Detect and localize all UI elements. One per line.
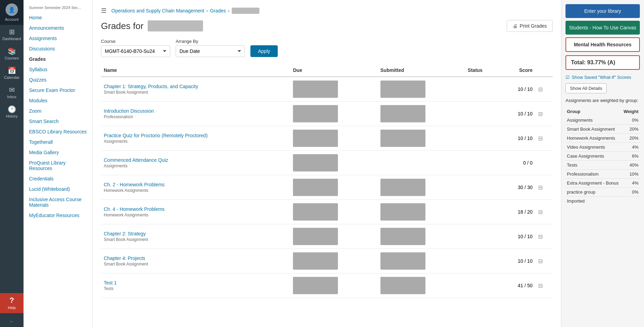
submitted-icon: ⊟ <box>538 258 543 264</box>
submitted-icon: ⊟ <box>538 283 543 289</box>
due-cell <box>290 126 378 151</box>
nav-modules[interactable]: Modules <box>24 95 92 106</box>
weight-row: Video Assignments4% <box>565 143 640 152</box>
assignment-link[interactable]: Test 1 <box>104 280 117 286</box>
show-details-button[interactable]: Show All Details <box>565 83 607 93</box>
what-if-label: Show Saved "What-If" Scores <box>572 75 631 80</box>
assignment-link[interactable]: Practice Quiz for Proctorio (Remotely Pr… <box>104 133 208 138</box>
assignment-link[interactable]: Chapter 2: Strategy <box>104 231 146 236</box>
due-cell <box>290 224 378 249</box>
assignment-group: Smart Book Assignment <box>104 262 287 267</box>
due-cell <box>290 273 378 298</box>
nav-syllabus[interactable]: Syllabus <box>24 64 92 75</box>
action-icon-cell: ⊟ <box>535 77 553 102</box>
table-row: Introduction DiscussionProfessionalism10… <box>101 102 553 126</box>
col-score: Score <box>500 64 535 77</box>
nav-home[interactable]: Home <box>24 12 92 23</box>
weight-row: Imported <box>565 197 640 206</box>
arrange-filter-group: Arrange By Due DateTitleModuleAssignment… <box>176 39 245 57</box>
course-filter-group: Course MGMT-6140-B70-Su24 <box>101 39 170 57</box>
nav-assignments[interactable]: Assignments <box>24 33 92 44</box>
nav-discussions[interactable]: Discussions <box>24 44 92 54</box>
sidebar-item-help[interactable]: ? Help <box>0 293 24 313</box>
sidebar-collapse-btn[interactable]: ← <box>0 316 24 327</box>
sidebar-item-history[interactable]: 🕐 History <box>0 102 24 122</box>
assignment-name-cell: Ch. 2 - Homework ProblemsHomework Assign… <box>101 175 290 200</box>
status-cell <box>465 126 500 151</box>
sidebar-item-calendar[interactable]: 📅 Calendar <box>0 64 24 83</box>
assignment-name-cell: Chapter 2: StrategySmart Book Assignment <box>101 224 290 249</box>
help-icon: ? <box>9 297 14 304</box>
dashboard-icon: ⊞ <box>9 28 15 35</box>
status-cell <box>465 175 500 200</box>
left-sidebar: 👤 Account ⊞ Dashboard 📚 Courses 📅 Calend… <box>0 0 24 327</box>
due-redacted <box>293 154 338 171</box>
sidebar-item-help-label: Help <box>8 306 16 310</box>
nav-media-gallery[interactable]: Media Gallery <box>24 147 92 158</box>
weight-group-name: Extra Assignment - Bonus <box>565 179 622 188</box>
sidebar-item-inbox[interactable]: ✉ Inbox <box>0 83 24 102</box>
sidebar-item-account[interactable]: 👤 Account <box>0 0 24 25</box>
weight-value: 4% <box>622 179 640 188</box>
nav-lucid[interactable]: Lucid (Whiteboard) <box>24 184 92 194</box>
assignment-name: Introduction Discussion <box>104 108 287 114</box>
assignment-link[interactable]: Chapter 4: Projects <box>104 255 145 261</box>
submitted-icon: ⊟ <box>538 185 543 190</box>
nav-announcements[interactable]: Announcements <box>24 23 92 33</box>
nav-togetherall[interactable]: Togetherall <box>24 137 92 147</box>
submitted-icon: ⊟ <box>538 209 543 215</box>
submitted-redacted <box>380 130 425 147</box>
breadcrumb-course[interactable]: Operations and Supply Chain Management <box>111 8 204 13</box>
filter-row: Course MGMT-6140-B70-Su24 Arrange By Due… <box>101 39 553 57</box>
course-select[interactable]: MGMT-6140-B70-Su24 <box>101 45 170 57</box>
what-if-button[interactable]: ☑ Show Saved "What-If" Scores <box>565 73 631 81</box>
enter-library-button[interactable]: Enter your library <box>565 4 640 18</box>
assignment-link[interactable]: Ch. 2 - Homework Problems <box>104 182 165 187</box>
action-icon-cell: ⊟ <box>535 102 553 126</box>
submitted-redacted <box>380 179 425 196</box>
nav-zoom[interactable]: Zoom <box>24 106 92 116</box>
table-row: Ch. 4 - Homework ProblemsHomework Assign… <box>101 200 553 224</box>
assignment-name: Ch. 4 - Homework Problems <box>104 206 287 212</box>
breadcrumb-current <box>232 8 259 14</box>
nav-proquest[interactable]: ProQuest Library Resources <box>24 158 92 174</box>
assignment-link[interactable]: Introduction Discussion <box>104 108 154 114</box>
weight-value: 4% <box>622 143 640 152</box>
due-redacted <box>293 252 338 270</box>
assignment-name-cell: Test 1Tests <box>101 273 290 298</box>
nav-grades: Grades <box>24 54 92 64</box>
nav-credentials[interactable]: Credentials <box>24 174 92 184</box>
assignment-link[interactable]: Ch. 4 - Homework Problems <box>104 206 165 212</box>
submitted-redacted <box>380 277 425 294</box>
assignment-group: Homework Assignments <box>104 213 287 217</box>
nav-myeducator[interactable]: MyEducator Resources <box>24 210 92 221</box>
submitted-redacted <box>380 105 425 122</box>
score-cell: 10 / 10 <box>500 249 535 273</box>
sidebar-item-dashboard[interactable]: ⊞ Dashboard <box>0 25 24 44</box>
table-row: Commenced Attendance QuizAssignments0 / … <box>101 151 553 175</box>
assignment-name: Chapter 1: Strategy, Products, and Capac… <box>104 84 287 89</box>
assignment-link[interactable]: Commenced Attendance Quiz <box>104 157 168 163</box>
apply-button[interactable]: Apply <box>250 45 278 57</box>
submitted-cell <box>378 102 465 126</box>
breadcrumb-grades[interactable]: Grades <box>210 8 226 13</box>
sidebar-item-dashboard-label: Dashboard <box>2 37 21 41</box>
nav-secure-exam[interactable]: Secure Exam Proctor <box>24 85 92 95</box>
hamburger-icon[interactable]: ☰ <box>101 7 107 15</box>
assignment-link[interactable]: Chapter 1: Strategy, Products, and Capac… <box>104 84 198 89</box>
action-icon-cell: ⊟ <box>535 126 553 151</box>
sidebar-item-courses[interactable]: 📚 Courses <box>0 44 24 64</box>
weight-row: Assignments0% <box>565 116 640 125</box>
mental-health-button[interactable]: Mental Health Resources <box>565 37 640 52</box>
nav-inclusive-access[interactable]: Inclusive Access Course Materials <box>24 194 92 210</box>
due-cell <box>290 249 378 273</box>
weight-value: 0% <box>622 188 640 197</box>
nav-quizzes[interactable]: Quizzes <box>24 75 92 85</box>
print-grades-button[interactable]: 🖨 Print Grades <box>507 20 553 32</box>
nav-ebsco[interactable]: EBSCO Library Resources <box>24 127 92 137</box>
submitted-cell <box>378 151 465 175</box>
arrange-select[interactable]: Due DateTitleModuleAssignment Group <box>176 45 245 57</box>
action-icon-cell <box>535 151 553 175</box>
students-canvas-button[interactable]: Students - How To Use Canvas <box>565 21 640 35</box>
nav-smart-search[interactable]: Smart Search <box>24 116 92 127</box>
